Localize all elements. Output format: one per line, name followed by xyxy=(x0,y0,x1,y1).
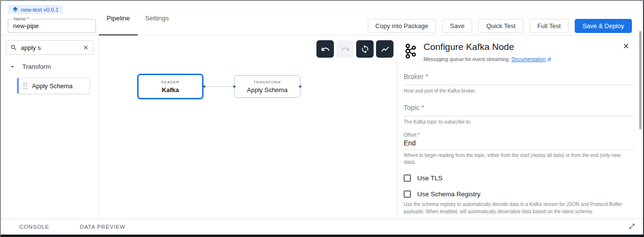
undo-icon xyxy=(321,45,330,54)
use-tls-checkbox[interactable] xyxy=(404,174,411,182)
pipeline-name-input[interactable] xyxy=(8,19,95,32)
drag-handle-icon xyxy=(23,83,27,89)
close-panel-button[interactable] xyxy=(622,42,630,50)
topic-label: Topic * xyxy=(404,104,634,111)
sync-button[interactable] xyxy=(356,40,374,58)
node-apply-schema-transform[interactable]: TRANSFORM Apply Schema xyxy=(234,75,300,98)
tab-data-preview[interactable]: DATA PREVIEW xyxy=(80,224,126,230)
kafka-logo-icon xyxy=(404,43,417,59)
documentation-link[interactable]: Documentation xyxy=(512,56,546,62)
main-tabs: Pipeline Settings xyxy=(99,1,176,35)
offset-helper: Where to begin reading from the topic, e… xyxy=(404,152,634,166)
bottom-bar: CONSOLE DATA PREVIEW xyxy=(1,219,643,235)
close-icon xyxy=(622,42,630,50)
layers-icon xyxy=(12,6,18,13)
config-panel-title: Configure Kafka Node xyxy=(424,42,551,52)
topic-input-underline xyxy=(404,116,634,116)
topic-field[interactable]: Topic * The Kafka topic to subscribe to. xyxy=(404,104,634,126)
node-palette-sidebar: Transform Apply Schema xyxy=(1,35,99,219)
config-subtitle-text: Messaging queue for event streaming. xyxy=(424,56,510,62)
external-link-icon xyxy=(547,57,551,63)
full-test-button[interactable]: Full Test xyxy=(530,19,568,33)
palette-section-label: Transform xyxy=(22,63,51,70)
pipeline-name-field: Name * xyxy=(8,19,96,33)
tab-console[interactable]: CONSOLE xyxy=(19,224,49,230)
use-schema-registry-checkbox-row[interactable]: Use Schema Registry xyxy=(404,190,634,198)
metrics-button[interactable] xyxy=(376,40,393,58)
clear-search-icon[interactable] xyxy=(82,44,89,51)
app-window: new-test v0.0.1 Name * Pipeline Settings… xyxy=(0,0,644,237)
broker-input-underline xyxy=(404,85,634,85)
palette-item-apply-schema[interactable]: Apply Schema xyxy=(17,78,90,94)
broker-helper: Host and port of the Kafka broker. xyxy=(404,88,634,95)
tab-pipeline[interactable]: Pipeline xyxy=(99,1,138,35)
copy-into-package-button[interactable]: Copy into Package xyxy=(368,19,436,33)
expand-icon xyxy=(628,223,635,230)
pipeline-canvas[interactable]: READER Kafka TRANSFORM Apply Schema xyxy=(99,35,397,219)
broker-label: Broker * xyxy=(404,73,634,80)
redo-icon xyxy=(341,45,350,54)
broker-field[interactable]: Broker * Host and port of the Kafka brok… xyxy=(404,73,634,95)
quick-test-button[interactable]: Quick Test xyxy=(478,19,523,33)
sync-icon xyxy=(361,45,370,54)
main-area: Transform Apply Schema xyxy=(1,35,643,219)
undo-button[interactable] xyxy=(316,40,334,58)
canvas-toolbar xyxy=(316,40,393,58)
node-name-label: Apply Schema xyxy=(247,86,288,94)
expand-bottom-panel-button[interactable] xyxy=(628,223,635,230)
package-version-badge: new-test v0.0.1 xyxy=(8,5,63,14)
caret-down-icon xyxy=(9,63,16,70)
use-tls-label: Use TLS xyxy=(417,174,442,182)
palette-search-input[interactable] xyxy=(21,44,79,51)
use-schema-registry-label: Use Schema Registry xyxy=(417,190,481,198)
output-port-apply-schema[interactable] xyxy=(299,85,301,88)
tab-settings[interactable]: Settings xyxy=(138,1,176,35)
redo-button[interactable] xyxy=(336,40,354,58)
kafka-config-form: Broker * Host and port of the Kafka brok… xyxy=(404,73,634,237)
use-tls-checkbox-row[interactable]: Use TLS xyxy=(404,174,634,182)
palette-section-transform[interactable]: Transform xyxy=(9,63,94,70)
offset-input-underline xyxy=(404,149,634,150)
pipeline-name-label: Name * xyxy=(12,16,31,21)
input-port-apply-schema[interactable] xyxy=(233,85,236,88)
line-chart-icon xyxy=(380,45,390,54)
tab-pipeline-label: Pipeline xyxy=(107,15,130,22)
config-panel-subtitle: Messaging queue for event streaming. Doc… xyxy=(424,56,551,63)
use-schema-registry-checkbox[interactable] xyxy=(404,190,411,198)
package-version-label: new-test v0.0.1 xyxy=(21,7,59,13)
palette-item-label: Apply Schema xyxy=(32,82,73,90)
header-actions: Copy into Package Save Quick Test Full T… xyxy=(368,19,632,33)
offset-field[interactable]: Offset * End Where to begin reading from… xyxy=(404,132,634,166)
node-type-label: READER xyxy=(161,80,179,84)
vertical-scrollbar[interactable] xyxy=(639,31,642,129)
save-and-deploy-button[interactable]: Save & Deploy xyxy=(575,19,632,33)
node-kafka-reader[interactable]: READER Kafka xyxy=(137,74,204,99)
node-name-label: Kafka xyxy=(162,86,179,94)
search-icon xyxy=(10,44,17,51)
header: new-test v0.0.1 Name * Pipeline Settings… xyxy=(1,1,643,35)
offset-value[interactable]: End xyxy=(404,139,634,147)
offset-label: Offset * xyxy=(404,132,634,138)
config-panel-header: Configure Kafka Node Messaging queue for… xyxy=(404,42,634,63)
tab-settings-label: Settings xyxy=(145,15,169,22)
output-port-kafka[interactable] xyxy=(203,85,205,88)
schema-registry-helper: Use the schema registry to automatically… xyxy=(404,201,634,215)
node-type-label: TRANSFORM xyxy=(253,80,281,84)
edge-kafka-to-apply-schema[interactable] xyxy=(205,86,234,87)
config-panel: Configure Kafka Node Messaging queue for… xyxy=(397,35,643,219)
save-button[interactable]: Save xyxy=(442,19,472,33)
palette-search-box xyxy=(6,40,94,55)
topic-helper: The Kafka topic to subscribe to. xyxy=(404,119,634,126)
config-panel-titles: Configure Kafka Node Messaging queue for… xyxy=(424,42,551,63)
